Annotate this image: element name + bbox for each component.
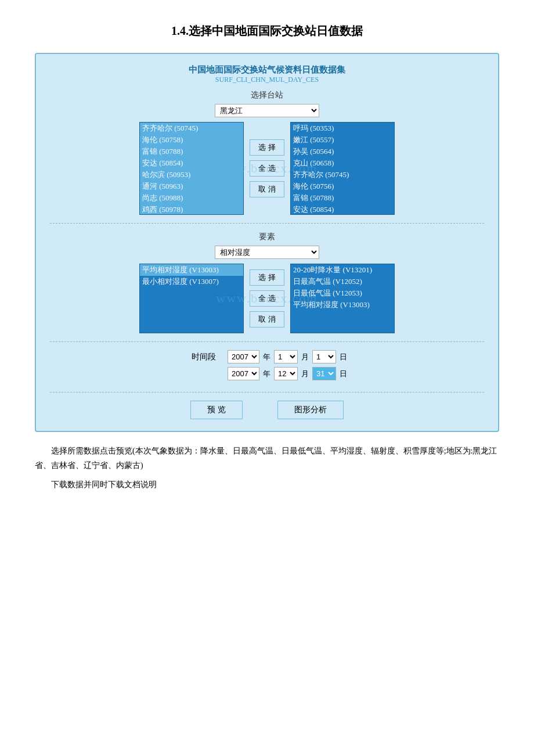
station-label: 选择台站: [50, 90, 484, 100]
station-left-item[interactable]: 海伦 (50758): [140, 134, 243, 146]
start-month-label: 月: [301, 352, 309, 362]
start-year-label: 年: [263, 352, 270, 362]
element-right-item[interactable]: 日最低气温 (V12053): [291, 287, 394, 299]
station-left-item[interactable]: 通河 (50963): [140, 181, 243, 192]
panel-header: 中国地面国际交换站气候资料日值数据集 SURF_CLI_CHN_MUL_DAY_…: [50, 64, 484, 84]
element-left-item[interactable]: 平均相对湿度 (V13003): [140, 264, 243, 276]
description: 选择所需数据点击预览(本次气象数据为：降水量、日最高气温、日最低气温、平均湿度、…: [35, 444, 499, 492]
station-right-item[interactable]: 安达 (50854): [291, 204, 394, 215]
element-right-item[interactable]: 平均相对湿度 (V13003): [291, 299, 394, 311]
station-left-item[interactable]: 尚志 (50988): [140, 192, 243, 204]
end-month-label: 月: [301, 369, 309, 379]
panel-title: 中国地面国际交换站气候资料日值数据集: [50, 64, 484, 75]
time-label: 时间段: [187, 352, 216, 362]
province-dropdown-row: 黑龙江 吉林 辽宁 内蒙古: [50, 104, 484, 117]
panel-subtitle: SURF_CLI_CHN_MUL_DAY_CES: [50, 75, 484, 84]
station-list-right[interactable]: 呼玛 (50353)嫩江 (50557)孙吴 (50564)克山 (50658)…: [290, 122, 395, 215]
description-line2: 下载数据并同时下载文档说明: [35, 477, 499, 492]
description-line1: 选择所需数据点击预览(本次气象数据为：降水量、日最高气温、日最低气温、平均湿度、…: [35, 444, 499, 473]
province-select[interactable]: 黑龙江 吉林 辽宁 内蒙古: [215, 104, 319, 117]
station-right-item[interactable]: 嫩江 (50557): [291, 134, 394, 146]
element-btn-group: 选 择 全 选 取 消: [250, 269, 284, 327]
element-list-right[interactable]: 20-20时降水量 (V13201)日最高气温 (V12052)日最低气温 (V…: [290, 264, 395, 333]
time-end-row: 200720062008 年 1234 5678 9101112 月 11531…: [187, 367, 347, 380]
element-select-btn[interactable]: 选 择: [250, 269, 284, 286]
start-month-select[interactable]: 1234 5678 9101112: [274, 350, 298, 363]
station-left-item[interactable]: 哈尔滨 (50953): [140, 169, 243, 181]
element-list-area: 平均相对湿度 (V13003)最小相对湿度 (V13007) 选 择 全 选 取…: [50, 264, 484, 333]
start-year-select[interactable]: 200720062008: [228, 350, 259, 363]
bottom-buttons: 预 览 图形分析: [50, 401, 484, 419]
preview-btn[interactable]: 预 览: [190, 401, 243, 419]
station-select-all-btn[interactable]: 全 选: [250, 160, 284, 177]
element-right-item[interactable]: 日最高气温 (V12052): [291, 276, 394, 287]
station-list-area: 齐齐哈尔 (50745)海伦 (50758)富锦 (50788)安达 (5085…: [50, 122, 484, 215]
station-section: 选择台站 黑龙江 吉林 辽宁 内蒙古 齐齐哈尔 (50745)海伦 (50758…: [50, 90, 484, 224]
element-select[interactable]: 相对湿度 气温 降水量: [215, 246, 319, 259]
end-day-select[interactable]: 11531: [312, 367, 336, 380]
station-left-item[interactable]: 鸡西 (50978): [140, 204, 243, 215]
end-day-label: 日: [340, 369, 347, 379]
station-right-item[interactable]: 富锦 (50788): [291, 192, 394, 204]
station-left-item[interactable]: 安达 (50854): [140, 157, 243, 169]
main-panel: 中国地面国际交换站气候资料日值数据集 SURF_CLI_CHN_MUL_DAY_…: [35, 53, 499, 432]
element-dropdown-row: 相对湿度 气温 降水量: [50, 246, 484, 259]
time-section: 时间段 200720062008 年 1234 5678 9101112 月 1…: [50, 350, 484, 393]
station-right-item[interactable]: 海伦 (50756): [291, 181, 394, 192]
element-cancel-btn[interactable]: 取 消: [250, 311, 284, 327]
start-day-label: 日: [340, 352, 347, 362]
end-year-select[interactable]: 200720062008: [228, 367, 259, 380]
element-section: 要素 相对湿度 气温 降水量 平均相对湿度 (V13003)最小相对湿度 (V1…: [50, 232, 484, 342]
station-right-item[interactable]: 呼玛 (50353): [291, 123, 394, 134]
end-year-label: 年: [263, 369, 270, 379]
station-right-item[interactable]: 克山 (50658): [291, 157, 394, 169]
station-select-btn[interactable]: 选 择: [250, 139, 284, 156]
element-label: 要素: [50, 232, 484, 242]
time-start-row: 时间段 200720062008 年 1234 5678 9101112 月 1…: [187, 350, 347, 363]
start-day-select[interactable]: 1231531: [312, 350, 336, 363]
station-left-item[interactable]: 齐齐哈尔 (50745): [140, 123, 243, 134]
station-right-item[interactable]: 齐齐哈尔 (50745): [291, 169, 394, 181]
element-left-item[interactable]: 最小相对湿度 (V13007): [140, 276, 243, 287]
station-left-item[interactable]: 富锦 (50788): [140, 146, 243, 157]
station-list-left[interactable]: 齐齐哈尔 (50745)海伦 (50758)富锦 (50788)安达 (5085…: [139, 122, 244, 215]
end-month-select[interactable]: 1234 5678 9101112: [274, 367, 298, 380]
element-select-all-btn[interactable]: 全 选: [250, 290, 284, 307]
station-btn-group: 选 择 全 选 取 消: [250, 139, 284, 197]
element-list-left[interactable]: 平均相对湿度 (V13003)最小相对湿度 (V13007): [139, 264, 244, 333]
station-right-item[interactable]: 孙吴 (50564): [291, 146, 394, 157]
element-right-item[interactable]: 20-20时降水量 (V13201): [291, 264, 394, 276]
chart-btn[interactable]: 图形分析: [277, 401, 344, 419]
page-title: 1.4.选择中国地面国际交换站日值数据: [35, 23, 499, 39]
station-cancel-btn[interactable]: 取 消: [250, 181, 284, 197]
